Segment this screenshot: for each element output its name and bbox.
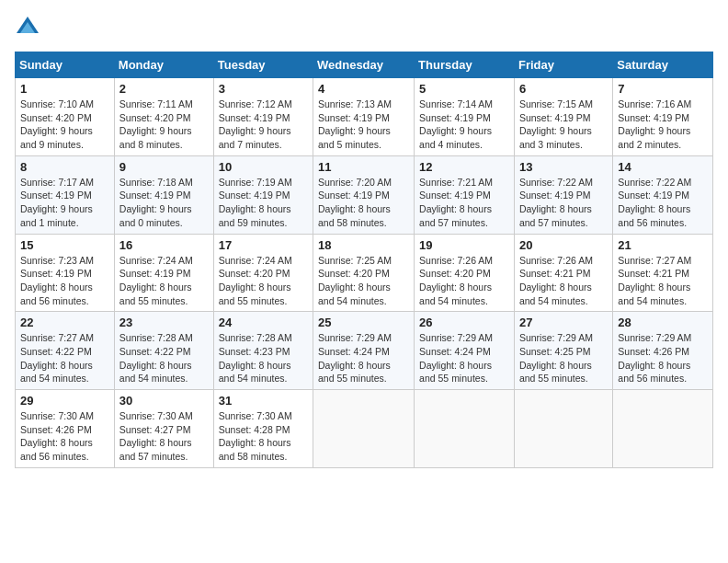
- cell-text: Sunrise: 7:23 AMSunset: 4:19 PMDaylight:…: [20, 255, 94, 306]
- day-number: 4: [318, 82, 409, 96]
- cell-text: Sunrise: 7:28 AMSunset: 4:23 PMDaylight:…: [219, 332, 292, 384]
- calendar-cell: 14 Sunrise: 7:22 AMSunset: 4:19 PMDaylig…: [613, 155, 713, 234]
- calendar-cell: 28 Sunrise: 7:29 AMSunset: 4:26 PMDaylig…: [613, 312, 713, 390]
- calendar-cell: 17 Sunrise: 7:24 AMSunset: 4:20 PMDaylig…: [213, 234, 313, 312]
- day-number: 11: [318, 160, 409, 174]
- week-row-5: 29 Sunrise: 7:30 AMSunset: 4:26 PMDaylig…: [16, 390, 713, 468]
- cell-text: Sunrise: 7:30 AMSunset: 4:26 PMDaylight:…: [20, 410, 94, 462]
- calendar-cell: 12 Sunrise: 7:21 AMSunset: 4:19 PMDaylig…: [415, 155, 515, 234]
- cell-text: Sunrise: 7:17 AMSunset: 4:19 PMDaylight:…: [20, 177, 94, 228]
- day-number: 19: [419, 238, 509, 252]
- weekday-header-tuesday: Tuesday: [213, 52, 313, 78]
- calendar-cell: 23 Sunrise: 7:28 AMSunset: 4:22 PMDaylig…: [114, 312, 213, 390]
- cell-text: Sunrise: 7:24 AMSunset: 4:19 PMDaylight:…: [119, 255, 193, 306]
- cell-text: Sunrise: 7:28 AMSunset: 4:22 PMDaylight:…: [119, 332, 193, 384]
- cell-text: Sunrise: 7:29 AMSunset: 4:24 PMDaylight:…: [419, 332, 493, 384]
- cell-text: Sunrise: 7:26 AMSunset: 4:21 PMDaylight:…: [519, 255, 593, 306]
- day-number: 28: [618, 316, 708, 329]
- day-number: 15: [20, 238, 109, 252]
- day-number: 25: [318, 316, 409, 329]
- calendar-cell: 9 Sunrise: 7:18 AMSunset: 4:19 PMDayligh…: [114, 155, 213, 234]
- calendar-cell: 20 Sunrise: 7:26 AMSunset: 4:21 PMDaylig…: [514, 234, 612, 312]
- header: [15, 15, 713, 40]
- day-number: 3: [219, 82, 308, 96]
- weekday-header-friday: Friday: [514, 52, 612, 78]
- week-row-3: 15 Sunrise: 7:23 AMSunset: 4:19 PMDaylig…: [16, 234, 713, 312]
- calendar-cell: [514, 390, 612, 468]
- weekday-header-wednesday: Wednesday: [313, 52, 415, 78]
- calendar-cell: 16 Sunrise: 7:24 AMSunset: 4:19 PMDaylig…: [114, 234, 213, 312]
- calendar-cell: 29 Sunrise: 7:30 AMSunset: 4:26 PMDaylig…: [16, 390, 115, 468]
- cell-text: Sunrise: 7:26 AMSunset: 4:20 PMDaylight:…: [419, 255, 493, 306]
- day-number: 7: [618, 82, 708, 96]
- day-number: 16: [119, 238, 209, 252]
- calendar-cell: [313, 390, 415, 468]
- calendar-cell: 26 Sunrise: 7:29 AMSunset: 4:24 PMDaylig…: [415, 312, 515, 390]
- cell-text: Sunrise: 7:29 AMSunset: 4:26 PMDaylight:…: [618, 332, 691, 384]
- cell-text: Sunrise: 7:27 AMSunset: 4:21 PMDaylight:…: [618, 255, 691, 306]
- day-number: 6: [519, 82, 608, 96]
- cell-text: Sunrise: 7:19 AMSunset: 4:19 PMDaylight:…: [219, 177, 292, 228]
- cell-text: Sunrise: 7:29 AMSunset: 4:24 PMDaylight:…: [318, 332, 392, 384]
- weekday-header-monday: Monday: [114, 52, 213, 78]
- day-number: 21: [618, 238, 708, 252]
- logo-icon: [15, 15, 40, 40]
- cell-text: Sunrise: 7:22 AMSunset: 4:19 PMDaylight:…: [618, 177, 691, 228]
- calendar-cell: 27 Sunrise: 7:29 AMSunset: 4:25 PMDaylig…: [514, 312, 612, 390]
- cell-text: Sunrise: 7:12 AMSunset: 4:19 PMDaylight:…: [219, 98, 292, 150]
- calendar-cell: 7 Sunrise: 7:16 AMSunset: 4:19 PMDayligh…: [613, 78, 713, 156]
- calendar-cell: 11 Sunrise: 7:20 AMSunset: 4:19 PMDaylig…: [313, 155, 415, 234]
- calendar-cell: 25 Sunrise: 7:29 AMSunset: 4:24 PMDaylig…: [313, 312, 415, 390]
- cell-text: Sunrise: 7:25 AMSunset: 4:20 PMDaylight:…: [318, 255, 392, 306]
- calendar-cell: 31 Sunrise: 7:30 AMSunset: 4:28 PMDaylig…: [213, 390, 313, 468]
- calendar-cell: 6 Sunrise: 7:15 AMSunset: 4:19 PMDayligh…: [514, 78, 612, 156]
- day-number: 20: [519, 238, 608, 252]
- weekday-header-saturday: Saturday: [613, 52, 713, 78]
- cell-text: Sunrise: 7:27 AMSunset: 4:22 PMDaylight:…: [20, 332, 94, 384]
- day-number: 12: [419, 160, 509, 174]
- day-number: 14: [618, 160, 708, 174]
- calendar-cell: 19 Sunrise: 7:26 AMSunset: 4:20 PMDaylig…: [415, 234, 515, 312]
- day-number: 27: [519, 316, 608, 329]
- day-number: 31: [219, 394, 308, 408]
- day-number: 23: [119, 316, 209, 329]
- calendar-cell: 21 Sunrise: 7:27 AMSunset: 4:21 PMDaylig…: [613, 234, 713, 312]
- cell-text: Sunrise: 7:20 AMSunset: 4:19 PMDaylight:…: [318, 177, 392, 228]
- calendar-cell: 30 Sunrise: 7:30 AMSunset: 4:27 PMDaylig…: [114, 390, 213, 468]
- day-number: 8: [20, 160, 109, 174]
- day-number: 26: [419, 316, 509, 329]
- weekday-header-row: SundayMondayTuesdayWednesdayThursdayFrid…: [16, 52, 713, 78]
- day-number: 13: [519, 160, 608, 174]
- calendar-cell: [415, 390, 515, 468]
- calendar-cell: 24 Sunrise: 7:28 AMSunset: 4:23 PMDaylig…: [213, 312, 313, 390]
- day-number: 29: [20, 394, 109, 408]
- day-number: 5: [419, 82, 509, 96]
- calendar-cell: 4 Sunrise: 7:13 AMSunset: 4:19 PMDayligh…: [313, 78, 415, 156]
- calendar-cell: 10 Sunrise: 7:19 AMSunset: 4:19 PMDaylig…: [213, 155, 313, 234]
- cell-text: Sunrise: 7:18 AMSunset: 4:19 PMDaylight:…: [119, 177, 193, 228]
- logo: [15, 15, 44, 40]
- cell-text: Sunrise: 7:10 AMSunset: 4:20 PMDaylight:…: [20, 98, 94, 150]
- cell-text: Sunrise: 7:11 AMSunset: 4:20 PMDaylight:…: [119, 98, 193, 150]
- cell-text: Sunrise: 7:14 AMSunset: 4:19 PMDaylight:…: [419, 98, 493, 150]
- day-number: 1: [20, 82, 109, 96]
- day-number: 10: [219, 160, 308, 174]
- calendar-cell: 1 Sunrise: 7:10 AMSunset: 4:20 PMDayligh…: [16, 78, 115, 156]
- calendar-cell: [613, 390, 713, 468]
- week-row-2: 8 Sunrise: 7:17 AMSunset: 4:19 PMDayligh…: [16, 155, 713, 234]
- calendar-cell: 15 Sunrise: 7:23 AMSunset: 4:19 PMDaylig…: [16, 234, 115, 312]
- cell-text: Sunrise: 7:24 AMSunset: 4:20 PMDaylight:…: [219, 255, 292, 306]
- cell-text: Sunrise: 7:21 AMSunset: 4:19 PMDaylight:…: [419, 177, 493, 228]
- cell-text: Sunrise: 7:15 AMSunset: 4:19 PMDaylight:…: [519, 98, 593, 150]
- day-number: 18: [318, 238, 409, 252]
- calendar-table: SundayMondayTuesdayWednesdayThursdayFrid…: [15, 52, 713, 468]
- cell-text: Sunrise: 7:22 AMSunset: 4:19 PMDaylight:…: [519, 177, 593, 228]
- calendar-cell: 5 Sunrise: 7:14 AMSunset: 4:19 PMDayligh…: [415, 78, 515, 156]
- week-row-4: 22 Sunrise: 7:27 AMSunset: 4:22 PMDaylig…: [16, 312, 713, 390]
- day-number: 17: [219, 238, 308, 252]
- weekday-header-thursday: Thursday: [415, 52, 515, 78]
- day-number: 22: [20, 316, 109, 329]
- calendar-cell: 18 Sunrise: 7:25 AMSunset: 4:20 PMDaylig…: [313, 234, 415, 312]
- cell-text: Sunrise: 7:30 AMSunset: 4:27 PMDaylight:…: [119, 410, 193, 462]
- day-number: 9: [119, 160, 209, 174]
